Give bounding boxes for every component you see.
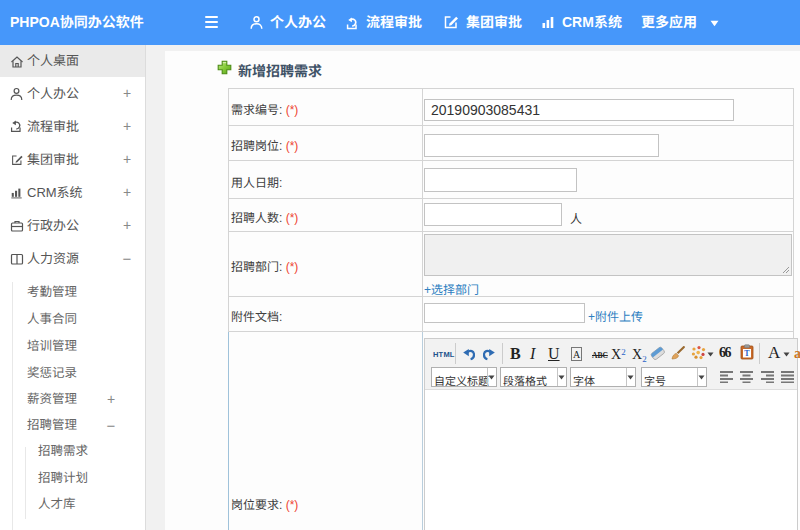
svg-text:T: T — [744, 349, 750, 358]
